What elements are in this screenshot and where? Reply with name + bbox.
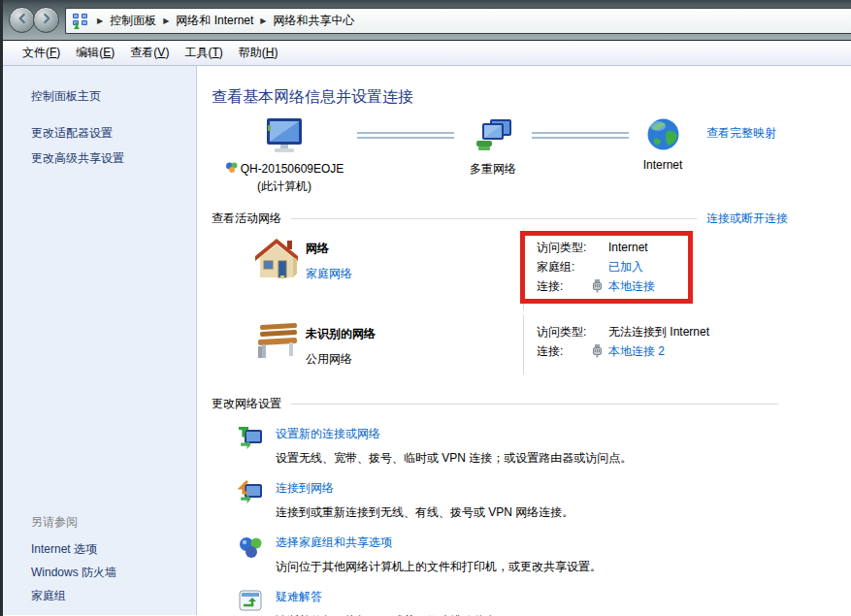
detail-label: 访问类型:: [537, 241, 608, 254]
map-node-internet[interactable]: Internet: [629, 117, 697, 172]
network-center-icon: [72, 13, 88, 29]
column-divider: [523, 314, 524, 374]
change-settings-section-header: 更改网络设置: [212, 396, 788, 412]
map-node-this-computer[interactable]: QH-20150609EOJE (此计算机): [212, 117, 357, 195]
sidebar-item-homegroup[interactable]: 家庭组: [31, 584, 196, 607]
network-sharing-center-window: ▶ 控制面板 ▶ 网络和 Internet ▶ 网络和共享中心 文件(F) 编辑…: [0, 0, 851, 616]
sidebar-item-internet-options[interactable]: Internet 选项: [31, 537, 196, 561]
house-icon: [252, 235, 301, 284]
new-connection-icon: [238, 426, 264, 452]
sidebar-item-change-advanced-sharing[interactable]: 更改高级共享设置: [31, 146, 196, 171]
breadcrumb-separator: ▶: [97, 16, 103, 25]
map-connector-line: [532, 132, 629, 139]
map-connector-line: [357, 132, 454, 139]
address-bar[interactable]: ▶ 控制面板 ▶ 网络和 Internet ▶ 网络和共享中心: [65, 8, 851, 34]
sidebar-item-control-panel-home[interactable]: 控制面板主页: [31, 83, 196, 109]
menu-file[interactable]: 文件(F): [15, 42, 68, 64]
menu-access-key: T: [212, 46, 218, 59]
homegroup-mini-icon: [225, 161, 238, 177]
detail-label: 家庭组:: [537, 260, 608, 274]
menu-label: 查看(: [130, 46, 157, 59]
computer-icon: [263, 117, 306, 157]
network-name: 未识别的网络: [306, 326, 376, 342]
sidebar-item-change-adapter-settings[interactable]: 更改适配器设置: [31, 120, 196, 146]
sidebar-item-windows-firewall[interactable]: Windows 防火墙: [31, 561, 196, 584]
page-title: 查看基本网络信息并设置连接: [212, 87, 851, 108]
network-details: 访问类型:Internet 家庭组:已加入 连接:本地连接: [537, 241, 655, 299]
multiple-networks-icon: [473, 117, 513, 157]
breadcrumb-item-network-sharing-center[interactable]: 网络和共享中心: [274, 13, 355, 29]
setting-item-troubleshoot: 疑难解答 诊断并修复网络问题，或获得故障排除信息。: [238, 589, 851, 616]
sidebar: 控制面板主页 更改适配器设置 更改高级共享设置 另请参阅 Internet 选项…: [3, 66, 197, 615]
breadcrumb-separator: ▶: [163, 16, 169, 25]
breadcrumb-separator: ▶: [260, 16, 266, 25]
menu-label: ): [56, 46, 60, 59]
menu-label: ): [165, 46, 169, 59]
setting-description: 访问位于其他网络计算机上的文件和打印机，或更改共享设置。: [276, 559, 602, 575]
network-row-unidentified: 未识别的网络 公用网络 访问类型:无法连接到 Internet 连接:本地连接 …: [212, 312, 851, 382]
view-full-map-link[interactable]: 查看完整映射: [706, 125, 776, 142]
connect-to-network-link[interactable]: 连接到网络: [276, 481, 334, 495]
setting-item-connect-to-network: 连接到网络 连接到或重新连接到无线、有线、拨号或 VPN 网络连接。: [238, 480, 851, 521]
menu-label: 编辑(: [76, 46, 103, 59]
ethernet-connector-icon: [592, 279, 603, 296]
homegroup-sharing-icon: [238, 535, 264, 561]
choose-homegroup-options-link[interactable]: 选择家庭组和共享选项: [276, 535, 392, 549]
menu-label: ): [274, 46, 278, 59]
back-arrow-icon: [16, 12, 29, 28]
main-content: 查看基本网络信息并设置连接: [197, 66, 851, 615]
back-button[interactable]: [9, 7, 35, 33]
sidebar-see-also-section: 另请参阅 Internet 选项 Windows 防火墙 家庭组: [3, 510, 196, 607]
menu-label: 帮助(: [239, 46, 266, 59]
access-type-value: Internet: [608, 241, 648, 254]
forward-button[interactable]: [33, 7, 59, 33]
homegroup-joined-link[interactable]: 已加入: [608, 260, 643, 274]
detail-label: 访问类型:: [537, 325, 608, 339]
network-row-home: 网络 家庭网络 访问类型:Internet 家庭组:已加入 连接:本地连接: [212, 227, 851, 312]
change-settings-header-label: 更改网络设置: [212, 396, 281, 412]
connect-disconnect-link[interactable]: 连接或断开连接: [706, 211, 788, 227]
column-divider: [523, 229, 524, 310]
troubleshoot-icon: [238, 589, 264, 615]
network-name: 网络: [306, 241, 352, 257]
setting-item-homegroup-sharing: 选择家庭组和共享选项 访问位于其他网络计算机上的文件和打印机，或更改共享设置。: [238, 535, 851, 575]
local-connection-link[interactable]: 本地连接: [608, 279, 655, 293]
active-networks-header-label: 查看活动网络: [212, 211, 281, 227]
menu-help[interactable]: 帮助(H): [231, 42, 286, 64]
internet-globe-icon: [646, 117, 680, 154]
forward-arrow-icon: [40, 12, 53, 28]
map-node-multiple-networks[interactable]: 多重网络: [454, 117, 532, 178]
active-networks-section-header: 查看活动网络 连接或断开连接: [212, 211, 788, 227]
menu-label: ): [111, 46, 115, 59]
divider: [291, 404, 778, 405]
see-also-header: 另请参阅: [31, 510, 196, 534]
settings-list: 设置新的连接或网络 设置无线、宽带、拨号、临时或 VPN 连接；或设置路由器或访…: [212, 426, 851, 616]
breadcrumb-item-control-panel[interactable]: 控制面板: [110, 13, 156, 29]
connect-to-network-icon: [238, 480, 264, 506]
navigation-bar: ▶ 控制面板 ▶ 网络和 Internet ▶ 网络和共享中心: [3, 0, 851, 41]
breadcrumb-item-network-internet[interactable]: 网络和 Internet: [176, 13, 253, 29]
internet-label: Internet: [643, 158, 683, 172]
menu-tools[interactable]: 工具(T): [177, 42, 230, 64]
menu-edit[interactable]: 编辑(E): [68, 42, 122, 64]
local-connection-2-link[interactable]: 本地连接 2: [608, 344, 665, 358]
divider: [291, 218, 697, 219]
network-map: QH-20150609EOJE (此计算机): [212, 117, 851, 197]
setup-new-connection-link[interactable]: 设置新的连接或网络: [276, 427, 380, 440]
setting-description: 连接到或重新连接到无线、有线、拨号或 VPN 网络连接。: [276, 504, 573, 521]
computer-sub-label: (此计算机): [257, 178, 311, 195]
bench-icon: [252, 320, 303, 366]
computer-name: QH-20150609EOJE: [241, 162, 344, 176]
menu-bar: 文件(F) 编辑(E) 查看(V) 工具(T) 帮助(H): [3, 41, 851, 66]
setting-description: 设置无线、宽带、拨号、临时或 VPN 连接；或设置路由器或访问点。: [276, 450, 632, 467]
troubleshoot-link[interactable]: 疑难解答: [276, 590, 322, 603]
network-type-home-link[interactable]: 家庭网络: [306, 267, 352, 280]
ethernet-connector-icon: [592, 344, 603, 361]
access-type-value: 无法连接到 Internet: [608, 325, 709, 339]
menu-label: ): [219, 46, 223, 59]
menu-label: 工具(: [184, 46, 212, 59]
menu-view[interactable]: 查看(V): [122, 42, 177, 64]
multiple-networks-label: 多重网络: [470, 161, 516, 178]
network-type-public-label: 公用网络: [306, 351, 376, 368]
setting-item-new-connection: 设置新的连接或网络 设置无线、宽带、拨号、临时或 VPN 连接；或设置路由器或访…: [238, 426, 851, 467]
